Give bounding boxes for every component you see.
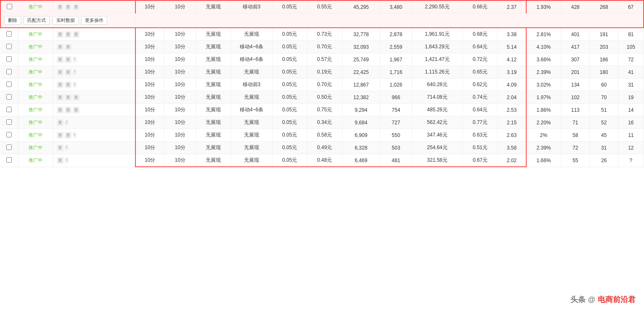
row-checkbox[interactable] bbox=[6, 82, 12, 87]
impressions-cell: 6,469 bbox=[342, 154, 380, 167]
row-checkbox[interactable] bbox=[6, 145, 12, 150]
status-cell: 推广中 bbox=[18, 91, 53, 104]
col14-cell: 71 bbox=[561, 116, 590, 129]
row-checkbox[interactable] bbox=[6, 157, 12, 163]
status-cell: 推广中 bbox=[18, 53, 53, 66]
status-badge: 推广中 bbox=[29, 32, 42, 37]
ctr-cell: 1.66% bbox=[526, 154, 561, 167]
min-bid-cell: 0.05元 bbox=[272, 0, 307, 13]
clicks-cell: 550 bbox=[380, 129, 412, 142]
cost-cell: 1,643.29元 bbox=[412, 41, 463, 53]
pc-rank-cell: 无展现 bbox=[196, 53, 231, 66]
cost-cell: 562.42元 bbox=[412, 116, 463, 129]
row-checkbox[interactable] bbox=[6, 69, 12, 74]
row-checkbox[interactable] bbox=[6, 119, 12, 125]
bid-cell: 10分 bbox=[164, 0, 196, 13]
min-bid-cell: 0.05元 bbox=[272, 79, 307, 91]
min-bid-cell: 0.05元 bbox=[272, 66, 307, 79]
avg-click-cost-cell: 0.68元 bbox=[463, 28, 498, 41]
impressions-cell: 6,909 bbox=[342, 129, 380, 142]
col16-cell: 19 bbox=[618, 91, 644, 104]
action-cell: 删除 匹配方式 实时数据 更多操作 bbox=[0, 13, 135, 28]
row-checkbox-cell bbox=[0, 116, 18, 129]
keyword-tag: 黄 bbox=[65, 107, 72, 113]
avg-bid-cell: 0.48元 bbox=[307, 154, 342, 167]
status-cell: 推广中 bbox=[18, 142, 53, 154]
keyword-tag: 黄 bbox=[57, 107, 64, 113]
mobile-rank-cell: 移动4~6条 bbox=[231, 104, 272, 116]
mobile-rank-cell: 无展现 bbox=[231, 142, 272, 154]
status-badge: 推广中 bbox=[29, 82, 42, 87]
mobile-rank-cell: 移动4~6条 bbox=[231, 41, 272, 53]
min-bid-cell: 0.05元 bbox=[272, 154, 307, 167]
keyword-tag: ¹ bbox=[73, 57, 77, 62]
avg-pos-cell: 3.58 bbox=[498, 142, 526, 154]
pc-rank-cell: 无展现 bbox=[196, 79, 231, 91]
keyword-cell: 黄¹ bbox=[53, 116, 135, 129]
pc-rank-cell: 无展现 bbox=[196, 154, 231, 167]
bid-cell: 10分 bbox=[164, 53, 196, 66]
row-checkbox-cell bbox=[0, 66, 18, 79]
status-badge: 推广中 bbox=[29, 57, 42, 62]
keyword-cell: 黄¹ bbox=[53, 154, 135, 167]
col15-cell: 70 bbox=[590, 91, 618, 104]
row-checkbox-cell bbox=[0, 28, 18, 41]
mobile-rank-cell: 无展现 bbox=[231, 129, 272, 142]
row-checkbox[interactable] bbox=[7, 4, 12, 9]
row-checkbox[interactable] bbox=[6, 94, 12, 100]
ctr-cell: 3.02% bbox=[526, 79, 561, 91]
cost-cell: 1,115.26元 bbox=[412, 66, 463, 79]
keyword-tag: 黄 bbox=[65, 82, 72, 88]
keyword-tag: 黄 bbox=[57, 132, 64, 139]
bid-cell: 10分 bbox=[164, 79, 196, 91]
clicks-cell: 2,878 bbox=[380, 28, 412, 41]
row-checkbox[interactable] bbox=[6, 31, 12, 37]
keyword-tag: 黄 bbox=[57, 145, 64, 151]
pc-rank-cell: 无展现 bbox=[196, 129, 231, 142]
col14-cell: 201 bbox=[561, 66, 590, 79]
keyword-cell: 黄黄黄 bbox=[53, 28, 135, 41]
row-checkbox-cell bbox=[0, 53, 18, 66]
cost-cell: 714.08元 bbox=[412, 91, 463, 104]
row-checkbox-cell bbox=[0, 41, 18, 53]
keyword-tag: 黄 bbox=[73, 94, 80, 101]
avg-bid-cell: 0.19元 bbox=[307, 66, 342, 79]
col15-cell: 52 bbox=[590, 116, 618, 129]
score-cell: 10分 bbox=[135, 53, 164, 66]
status-badge: 推广中 bbox=[29, 69, 42, 74]
more-button[interactable]: 更多操作 bbox=[81, 16, 107, 25]
match-button[interactable]: 匹配方式 bbox=[24, 16, 50, 25]
col15-cell: 31 bbox=[590, 142, 618, 154]
bid-cell: 10分 bbox=[164, 91, 196, 104]
mobile-rank-cell: 移动前3 bbox=[231, 79, 272, 91]
row-checkbox[interactable] bbox=[6, 107, 12, 112]
row-checkbox[interactable] bbox=[6, 132, 12, 137]
keyword-cell: 黄黄¹ bbox=[53, 129, 135, 142]
col16-cell: 11 bbox=[618, 129, 644, 142]
realtime-button[interactable]: 实时数据 bbox=[53, 16, 79, 25]
ctr-cell: 2.20% bbox=[526, 116, 561, 129]
pc-rank-cell: 无展现 bbox=[196, 116, 231, 129]
col14-cell: 58 bbox=[561, 129, 590, 142]
status-badge: 推广中 bbox=[29, 107, 42, 112]
col15-cell: 45 bbox=[590, 129, 618, 142]
score-cell: 10分 bbox=[135, 104, 164, 116]
col15-cell: 203 bbox=[590, 41, 618, 53]
bid-cell: 10分 bbox=[164, 41, 196, 53]
score-cell: 10分 bbox=[135, 142, 164, 154]
keyword-tag: 黄 bbox=[73, 107, 80, 113]
min-bid-cell: 0.05元 bbox=[272, 116, 307, 129]
delete-button[interactable]: 删除 bbox=[4, 16, 21, 25]
pc-rank-cell: 无展现 bbox=[196, 0, 231, 13]
mobile-rank-cell: 移动前3 bbox=[231, 0, 272, 13]
avg-pos-cell: 2.15 bbox=[498, 116, 526, 129]
row-checkbox-cell bbox=[0, 91, 18, 104]
row-checkbox[interactable] bbox=[6, 44, 12, 49]
impressions-cell: 12,867 bbox=[342, 79, 380, 91]
avg-pos-cell: 4.09 bbox=[498, 79, 526, 91]
ctr-cell: 1.86% bbox=[526, 104, 561, 116]
avg-pos-cell: 2.53 bbox=[498, 104, 526, 116]
status-badge: 推广中 bbox=[29, 4, 42, 9]
row-checkbox[interactable] bbox=[6, 56, 12, 62]
avg-bid-cell: 0.73元 bbox=[307, 28, 342, 41]
